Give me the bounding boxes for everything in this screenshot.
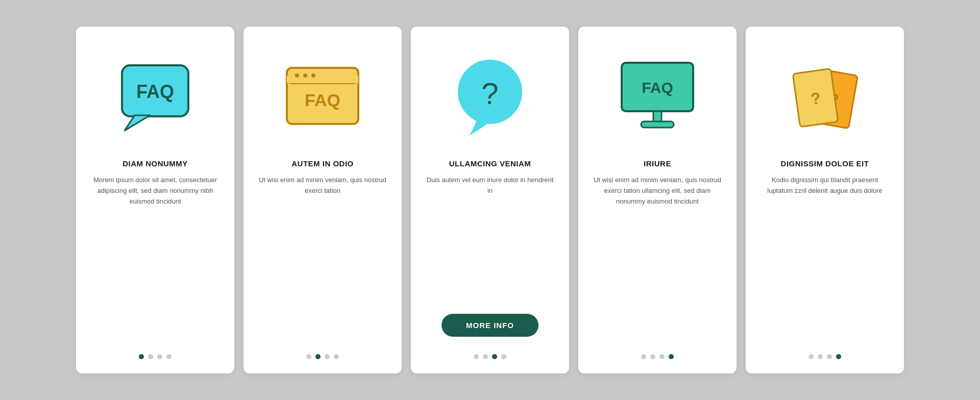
dot-3 <box>492 354 497 359</box>
faq-books-icon: ? ? <box>784 55 866 137</box>
card-2-icon-area: FAQ <box>282 45 363 147</box>
card-2: FAQ AUTEM IN ODIO Ut wisi enim ad minim … <box>243 27 402 373</box>
card-3-dots <box>474 354 506 359</box>
question-bubble-icon: ? <box>449 55 531 137</box>
card-5: ? ? DIGNISSIM DOLOE EIT Kodio dignissim … <box>746 27 904 373</box>
dot-1 <box>641 354 646 359</box>
svg-marker-11 <box>470 119 493 136</box>
card-1-dots <box>139 354 172 359</box>
card-1-text: Morem ipsum dolor sit amet, consectetuer… <box>90 175 220 342</box>
card-2-text: Ut wisi enim ad minim veniam, quis nostr… <box>258 175 387 342</box>
faq-monitor-icon: FAQ <box>617 55 698 137</box>
card-3-title: ULLAMCING VENIAM <box>449 159 531 168</box>
card-4-icon-area: FAQ <box>617 45 698 147</box>
card-5-title: DIGNISSIM DOLOE EIT <box>781 159 869 168</box>
card-5-icon-area: ? ? <box>784 45 866 147</box>
svg-rect-17 <box>641 121 674 128</box>
dot-1 <box>474 354 479 359</box>
dot-3 <box>659 354 665 359</box>
dot-2 <box>650 354 655 359</box>
dot-4 <box>334 354 339 359</box>
more-info-button[interactable]: MORE INFO <box>442 314 538 337</box>
svg-text:FAQ: FAQ <box>642 79 673 96</box>
card-4-text: Ut wisi enim ad minim veniam, quis nostr… <box>593 175 722 342</box>
dot-1 <box>139 354 144 359</box>
dot-2 <box>315 354 321 359</box>
card-4-title: IRIURE <box>644 159 671 168</box>
card-2-dots <box>306 354 339 359</box>
dot-3 <box>325 354 330 359</box>
faq-chat-bubble-icon: FAQ <box>114 55 196 137</box>
dot-3 <box>157 354 162 359</box>
card-3-text: Duis autem vel eum iriure dolor in hendr… <box>425 175 555 305</box>
dot-2 <box>818 354 823 359</box>
svg-text:FAQ: FAQ <box>305 90 340 110</box>
dot-2 <box>483 354 488 359</box>
svg-text:?: ? <box>481 77 498 111</box>
card-2-title: AUTEM IN ODIO <box>291 159 354 168</box>
dot-4 <box>166 354 172 359</box>
card-5-text: Kodio dignissim qui blandit praesent lup… <box>760 175 890 342</box>
card-1-title: DIAM NONUMMY <box>122 159 188 168</box>
svg-text:FAQ: FAQ <box>136 81 174 102</box>
card-1-icon-area: FAQ <box>114 45 196 147</box>
dot-1 <box>306 354 311 359</box>
dot-4 <box>669 354 674 359</box>
svg-marker-1 <box>125 115 150 131</box>
card-3-icon-area: ? <box>449 45 531 147</box>
svg-point-8 <box>311 73 315 78</box>
dot-4 <box>836 354 841 359</box>
card-1: FAQ DIAM NONUMMY Morem ipsum dolor sit a… <box>76 27 234 373</box>
dot-1 <box>808 354 814 359</box>
dot-2 <box>148 354 153 359</box>
dot-3 <box>827 354 832 359</box>
dot-4 <box>501 354 506 359</box>
svg-point-7 <box>303 73 307 78</box>
faq-browser-icon: FAQ <box>282 55 363 137</box>
card-4-dots <box>641 354 674 359</box>
svg-point-6 <box>295 73 299 78</box>
card-3: ? ULLAMCING VENIAM Duis autem vel eum ir… <box>411 27 569 373</box>
card-5-dots <box>808 354 841 359</box>
cards-container: FAQ DIAM NONUMMY Morem ipsum dolor sit a… <box>76 27 904 373</box>
card-4: FAQ IRIURE Ut wisi enim ad minim veniam,… <box>578 27 737 373</box>
